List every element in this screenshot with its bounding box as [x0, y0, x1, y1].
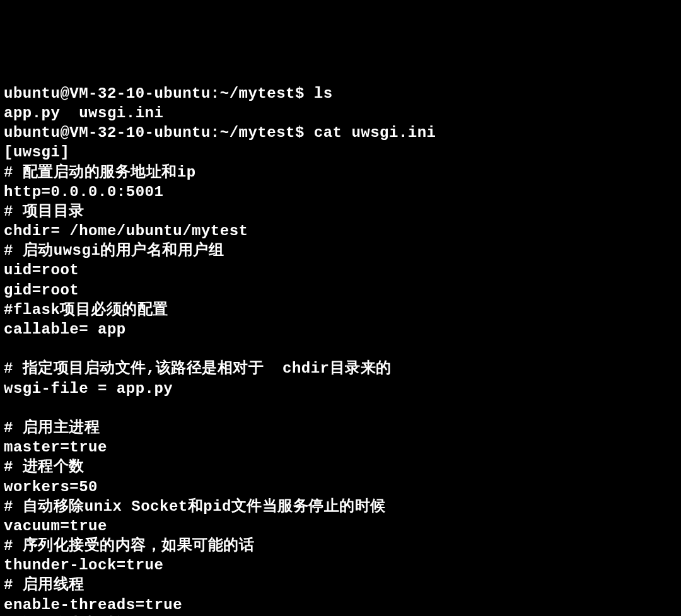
terminal-line: # 进程个数	[4, 457, 677, 477]
terminal-line: ubuntu@VM-32-10-ubuntu:~/mytest$ cat uws…	[4, 123, 677, 142]
terminal-line: # 项目目录	[4, 202, 677, 221]
terminal-line: # 指定项目启动文件,该路径是相对于 chdir目录来的	[4, 359, 677, 378]
terminal-line: master=true	[4, 438, 677, 457]
terminal-line: vacuum=true	[4, 516, 677, 536]
terminal-line: uid=root	[4, 260, 677, 280]
terminal-line: [uwsgi]	[4, 142, 677, 162]
terminal-line: # 序列化接受的内容，如果可能的话	[4, 536, 677, 555]
terminal-line: # 启动uwsgi的用户名和用户组	[4, 241, 677, 260]
terminal-line: callable= app	[4, 320, 677, 339]
terminal-line: # 自动移除unix Socket和pid文件当服务停止的时候	[4, 497, 677, 516]
terminal-line: # 启用线程	[4, 575, 677, 595]
terminal-line	[4, 339, 677, 359]
terminal-line: # 启用主进程	[4, 418, 677, 438]
terminal-window[interactable]: ubuntu@VM-32-10-ubuntu:~/mytest$ lsapp.p…	[4, 84, 677, 616]
terminal-line: #flask项目必须的配置	[4, 300, 677, 320]
terminal-line	[4, 398, 677, 418]
terminal-line: workers=50	[4, 477, 677, 497]
terminal-line: thunder-lock=true	[4, 555, 677, 575]
terminal-line: enable-threads=true	[4, 595, 677, 615]
terminal-line: chdir= /home/ubuntu/mytest	[4, 221, 677, 241]
terminal-line: ubuntu@VM-32-10-ubuntu:~/mytest$ ls	[4, 84, 677, 103]
terminal-line: http=0.0.0.0:5001	[4, 182, 677, 202]
terminal-line: wsgi-file = app.py	[4, 379, 677, 398]
terminal-line: gid=root	[4, 281, 677, 300]
terminal-line: # 配置启动的服务地址和ip	[4, 163, 677, 182]
terminal-line: app.py uwsgi.ini	[4, 103, 677, 123]
